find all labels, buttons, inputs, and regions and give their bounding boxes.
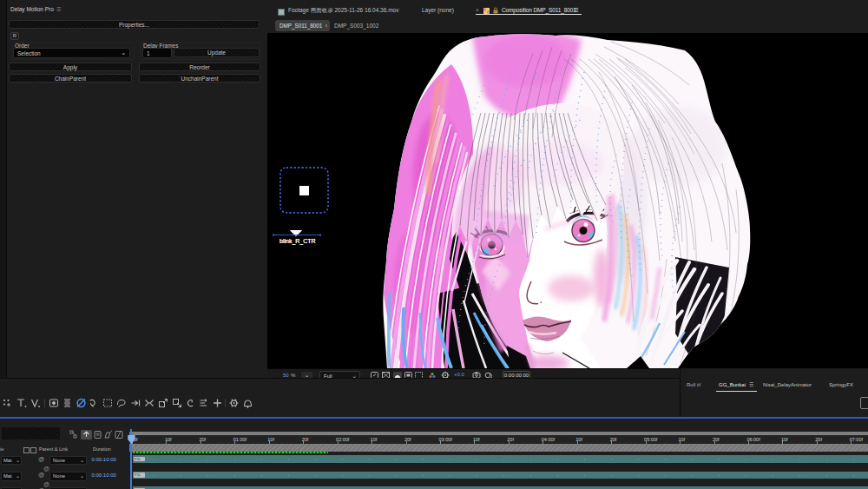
svg-text:blink_R_CTR: blink_R_CTR xyxy=(279,238,316,245)
